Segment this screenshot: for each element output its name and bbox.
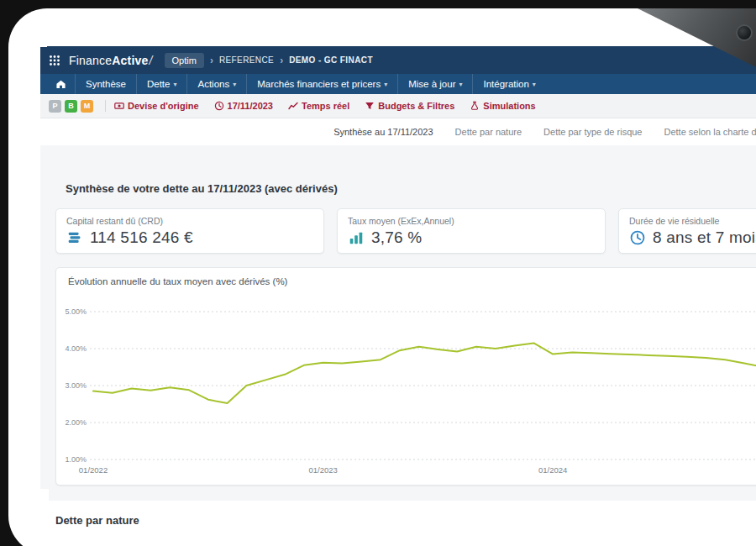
- chip-p[interactable]: P: [49, 100, 61, 113]
- breadcrumb-entity[interactable]: DEMO - GC FINACT: [289, 55, 373, 65]
- home-icon[interactable]: [47, 74, 75, 94]
- toolbar-divider: [105, 100, 106, 112]
- breadcrumb-separator: ›: [280, 55, 283, 66]
- top-bar: FinanceActive/ Optim › REFERENCE › DEMO …: [40, 46, 756, 74]
- nav-item-dette[interactable]: Dette▾: [136, 74, 187, 94]
- kpi-value: 3,76 %: [371, 228, 422, 247]
- trend-icon: [288, 101, 298, 111]
- toolbar-items: Devise d'origine 17/11/2023 Temps réel B…: [114, 101, 551, 111]
- product-name[interactable]: Optim: [165, 53, 204, 68]
- toolbar-date[interactable]: 17/11/2023: [214, 101, 273, 111]
- app-window: FinanceActive/ Optim › REFERENCE › DEMO …: [40, 46, 756, 546]
- chevron-down-icon: ▾: [384, 81, 387, 88]
- report-tabs: Synthèse au 17/11/2023 Dette par nature …: [40, 118, 756, 145]
- chevron-down-icon: ▾: [459, 81, 462, 88]
- chevron-down-icon: ▾: [233, 81, 236, 88]
- toolbar-budgets-filtres[interactable]: Budgets & Filtres: [365, 101, 454, 111]
- tab-dette-par-nature[interactable]: Dette par nature: [455, 127, 522, 137]
- chevron-down-icon: ▾: [533, 81, 536, 88]
- nav-item-synthese[interactable]: Synthèse: [75, 74, 136, 94]
- toolbar-simulations[interactable]: Simulations: [470, 101, 535, 111]
- kpi-value: 114 516 246 €: [90, 228, 193, 247]
- nav-item-integration[interactable]: Intégration▾: [472, 74, 545, 94]
- kpi-label: Capital restant dû (CRD): [66, 216, 313, 226]
- dette-par-nature-section: Dette par nature: [40, 501, 756, 546]
- chart-title: Évolution annuelle du taux moyen avec dé…: [56, 276, 756, 286]
- coin-stack-icon: [66, 229, 83, 246]
- svg-text:4.00%: 4.00%: [65, 344, 87, 353]
- tab-dette-par-type-de-risque[interactable]: Dette par type de risque: [543, 127, 642, 137]
- chip-b[interactable]: B: [65, 100, 77, 113]
- kpi-card-capital-restant-du: Capital restant dû (CRD) 114 516 246 €: [55, 208, 324, 254]
- kpi-cards-row: Capital restant dû (CRD) 114 516 246 € T…: [55, 208, 756, 254]
- nav-item-mise-a-jour[interactable]: Mise à jour▾: [397, 74, 472, 94]
- filters-toolbar: P B M Devise d'origine 17/11/2023 Temps …: [40, 94, 756, 118]
- section-title-dette-par-nature: Dette par nature: [55, 514, 756, 527]
- kpi-value: 8 ans et 7 mois: [653, 228, 756, 247]
- nav-item-marches-financiers[interactable]: Marchés financiers et pricers▾: [246, 74, 397, 94]
- breadcrumb-reference[interactable]: REFERENCE: [219, 55, 274, 65]
- chip-m[interactable]: M: [81, 100, 93, 113]
- breadcrumb-separator: ›: [210, 55, 213, 66]
- svg-text:5.00%: 5.00%: [65, 307, 87, 316]
- apps-grid-icon[interactable]: [49, 55, 60, 66]
- svg-text:01/2023: 01/2023: [308, 465, 337, 475]
- nav-item-actions[interactable]: Actions▾: [186, 74, 246, 94]
- finance-active-logo: FinanceActive/: [69, 54, 153, 67]
- flask-icon: [470, 101, 480, 111]
- device-bezel-top: [0, 0, 756, 8]
- main-nav: Synthèse Dette▾ Actions▾ Marchés financi…: [40, 74, 756, 94]
- main-content: Synthèse de votre dette au 17/11/2023 (a…: [40, 145, 756, 546]
- tab-dette-charte-bonne-conduite[interactable]: Dette selon la charte de bonne co: [664, 127, 756, 137]
- svg-text:2.00%: 2.00%: [65, 418, 87, 427]
- kpi-label: Durée de vie résiduelle: [629, 216, 756, 226]
- svg-text:3.00%: 3.00%: [65, 381, 87, 390]
- summary-title: Synthèse de votre dette au 17/11/2023 (a…: [66, 182, 756, 195]
- toolbar-temps-reel[interactable]: Temps réel: [288, 101, 349, 111]
- kpi-label: Taux moyen (ExEx,Annuel): [348, 216, 595, 226]
- chevron-down-icon: ▾: [173, 81, 176, 88]
- device-bezel-left: [0, 0, 8, 546]
- svg-text:01/2024: 01/2024: [538, 465, 567, 475]
- toolbar-devise-origine[interactable]: Devise d'origine: [114, 101, 199, 111]
- device-camera: [736, 24, 753, 41]
- clock-icon: [214, 101, 224, 111]
- svg-text:01/2022: 01/2022: [79, 465, 108, 475]
- device-frame: FinanceActive/ Optim › REFERENCE › DEMO …: [0, 0, 756, 546]
- clock-icon: [629, 229, 646, 246]
- svg-text:1.00%: 1.00%: [65, 455, 87, 464]
- rate-line-chart: 5.00%4.00%3.00%2.00%1.00%01/202201/20230…: [56, 290, 756, 478]
- rate-evolution-card: Évolution annuelle du taux moyen avec dé…: [55, 267, 756, 486]
- banknote-icon: [114, 101, 124, 111]
- kpi-card-duree-de-vie: Durée de vie résiduelle 8 ans et 7 mois: [618, 208, 756, 254]
- bar-chart-icon: [348, 229, 365, 246]
- tab-synthese-au-17-11-2023[interactable]: Synthèse au 17/11/2023: [333, 127, 433, 137]
- funnel-icon: [365, 101, 375, 111]
- kpi-card-taux-moyen: Taux moyen (ExEx,Annuel) 3,76 %: [337, 208, 606, 254]
